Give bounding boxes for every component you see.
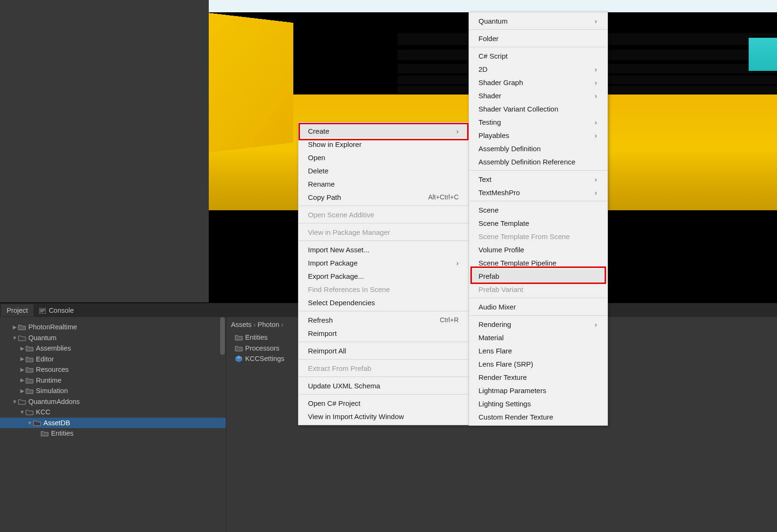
- menu-item[interactable]: Reimport: [299, 326, 469, 340]
- menu-item[interactable]: Shader Variant Collection: [469, 102, 607, 115]
- tree-item[interactable]: ▼Quantum: [0, 333, 226, 343]
- expand-arrow-icon[interactable]: ▶: [19, 388, 26, 394]
- context-menu-create[interactable]: Quantum›FolderC# Script2D›Shader Graph›S…: [469, 12, 608, 426]
- expand-arrow-icon[interactable]: ▼: [11, 399, 18, 404]
- menu-item[interactable]: Material: [469, 331, 607, 344]
- chevron-right-icon: ›: [595, 78, 597, 86]
- menu-item[interactable]: Volume Profile: [469, 243, 607, 256]
- menu-item[interactable]: Reimport All: [299, 344, 469, 357]
- expand-arrow-icon[interactable]: ▶: [11, 324, 18, 330]
- menu-item: Find References In Scene: [299, 283, 469, 296]
- menu-item[interactable]: Audio Mixer: [469, 300, 607, 313]
- menu-item: View in Package Manager: [299, 225, 469, 239]
- tree-item[interactable]: ▶Editor: [0, 354, 226, 365]
- prefab-icon: [235, 355, 243, 362]
- menu-separator: [470, 315, 607, 316]
- menu-item[interactable]: Delete: [299, 164, 469, 177]
- breadcrumb-item[interactable]: Assets: [231, 321, 252, 328]
- menu-item-label: Shader Variant Collection: [478, 105, 558, 113]
- tree-item[interactable]: ▶Simulation: [0, 386, 226, 396]
- menu-item[interactable]: Rendering›: [469, 317, 607, 331]
- menu-item[interactable]: Update UXML Schema: [299, 379, 469, 392]
- expand-arrow-icon[interactable]: ▼: [26, 420, 33, 426]
- menu-item[interactable]: Copy PathAlt+Ctrl+C: [299, 190, 469, 204]
- menu-item[interactable]: Render Texture: [469, 370, 607, 384]
- breadcrumb-item[interactable]: Photon: [257, 321, 279, 328]
- menu-item-label: Folder: [478, 34, 499, 43]
- chevron-right-icon: ›: [254, 321, 256, 328]
- folder-icon: [26, 409, 34, 415]
- svg-rect-2: [40, 310, 45, 311]
- project-tree[interactable]: ▶PhotonRealtime▼Quantum▶Assemblies▶Edito…: [0, 317, 226, 532]
- scrollbar-thumb[interactable]: [220, 317, 225, 355]
- tree-item[interactable]: Entities: [0, 428, 226, 439]
- menu-item[interactable]: Assembly Definition Reference: [469, 155, 607, 168]
- expand-arrow-icon[interactable]: ▶: [19, 367, 26, 373]
- menu-item[interactable]: Folder: [469, 32, 607, 45]
- menu-item[interactable]: Scene Template Pipeline: [469, 256, 607, 269]
- menu-separator: [470, 170, 607, 171]
- tree-item[interactable]: ▼AssetDB: [0, 418, 226, 429]
- menu-item[interactable]: 2D›: [469, 62, 607, 76]
- expand-arrow-icon[interactable]: ▼: [19, 409, 26, 415]
- menu-item[interactable]: Assembly Definition: [469, 142, 607, 155]
- menu-item[interactable]: Export Package...: [299, 269, 469, 283]
- menu-item[interactable]: Open: [299, 151, 469, 164]
- chevron-right-icon: ›: [595, 65, 597, 73]
- menu-item[interactable]: Scene: [469, 203, 607, 216]
- menu-item-label: Text: [478, 175, 492, 183]
- menu-item[interactable]: Lightmap Parameters: [469, 384, 607, 397]
- expand-arrow-icon[interactable]: ▶: [19, 356, 26, 362]
- tab-console[interactable]: Console: [34, 304, 79, 317]
- menu-item-label: Refresh: [308, 316, 333, 324]
- menu-item[interactable]: Rename: [299, 177, 469, 190]
- menu-item[interactable]: Quantum›: [469, 14, 607, 27]
- tree-item[interactable]: ▶PhotonRealtime: [0, 322, 226, 333]
- tree-item-label: Simulation: [36, 387, 68, 395]
- menu-item-label: Import New Asset...: [308, 246, 369, 254]
- menu-item-label: Custom Render Texture: [478, 413, 553, 421]
- menu-item[interactable]: Custom Render Texture: [469, 410, 607, 423]
- menu-item[interactable]: Testing›: [469, 115, 607, 129]
- tree-item-label: Runtime: [36, 377, 61, 384]
- tree-item-label: AssetDB: [43, 419, 70, 427]
- menu-item[interactable]: Lens Flare (SRP): [469, 357, 607, 370]
- menu-item[interactable]: Import New Asset...: [299, 243, 469, 256]
- menu-item[interactable]: Text›: [469, 172, 607, 186]
- tree-item[interactable]: ▶Assemblies: [0, 343, 226, 354]
- context-menu-primary[interactable]: Create›Show in ExplorerOpenDeleteRenameC…: [298, 122, 470, 425]
- menu-item-label: TextMeshPro: [478, 189, 520, 197]
- menu-item-label: Reimport: [308, 329, 337, 337]
- scene-geometry: [749, 38, 777, 71]
- menu-item[interactable]: Prefab: [469, 269, 607, 283]
- menu-item[interactable]: TextMeshPro›: [469, 186, 607, 199]
- expand-arrow-icon[interactable]: ▶: [19, 345, 26, 352]
- menu-item[interactable]: Scene Template: [469, 216, 607, 230]
- tree-item[interactable]: ▶Resources: [0, 364, 226, 375]
- expand-arrow-icon[interactable]: ▼: [11, 335, 18, 341]
- tree-item[interactable]: ▶Runtime: [0, 375, 226, 386]
- svg-rect-3: [40, 311, 43, 312]
- menu-item[interactable]: Open C# Project: [299, 396, 469, 410]
- menu-item[interactable]: Lighting Settings: [469, 397, 607, 410]
- menu-item[interactable]: Import Package›: [299, 256, 469, 269]
- menu-item[interactable]: Shader›: [469, 89, 607, 102]
- menu-item[interactable]: Shader Graph›: [469, 76, 607, 89]
- menu-item[interactable]: View in Import Activity Window: [299, 410, 469, 423]
- menu-item-label: Playables: [478, 131, 509, 139]
- menu-item-label: Scene Template: [478, 219, 529, 227]
- menu-item[interactable]: Playables›: [469, 129, 607, 142]
- tree-item[interactable]: ▼KCC: [0, 407, 226, 418]
- menu-item[interactable]: Select Dependencies: [299, 296, 469, 309]
- menu-item[interactable]: Create›: [299, 124, 469, 137]
- menu-item[interactable]: C# Script: [469, 49, 607, 62]
- menu-item[interactable]: RefreshCtrl+R: [299, 313, 469, 326]
- expand-arrow-icon[interactable]: ▶: [19, 377, 26, 383]
- folder-icon: [235, 345, 243, 352]
- tab-project[interactable]: Project: [1, 304, 34, 317]
- menu-item-label: Rename: [308, 180, 335, 188]
- menu-item[interactable]: Show in Explorer: [299, 137, 469, 151]
- menu-item[interactable]: Lens Flare: [469, 344, 607, 357]
- tree-item-label: Editor: [36, 355, 54, 363]
- tree-item[interactable]: ▼QuantumAddons: [0, 396, 226, 407]
